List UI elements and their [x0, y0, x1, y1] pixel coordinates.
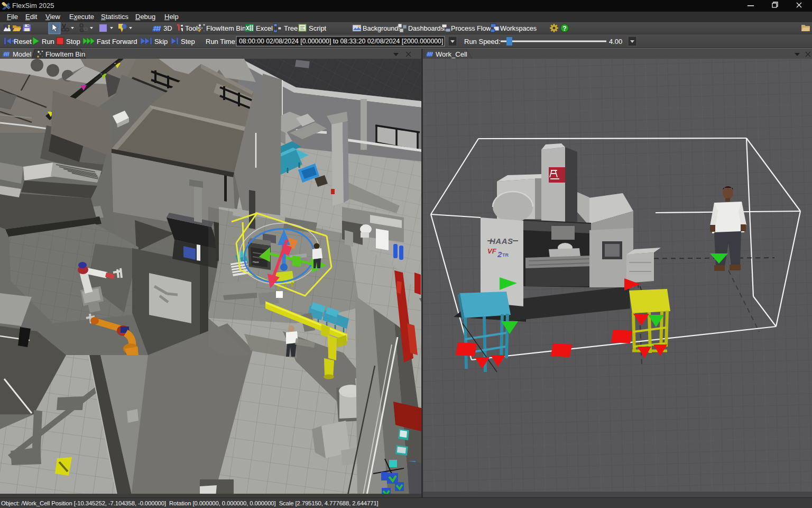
- svg-text:Tree: Tree: [284, 24, 298, 32]
- svg-text:Run Time:: Run Time:: [206, 38, 237, 46]
- svg-text:Haas: Haas: [253, 260, 259, 264]
- svg-text:Skip: Skip: [154, 38, 168, 46]
- svg-text:HAAS: HAAS: [490, 237, 513, 246]
- svg-text:Process Flow: Process Flow: [451, 25, 491, 32]
- svg-text:4.00: 4.00: [609, 38, 622, 46]
- svg-text:3D: 3D: [163, 24, 172, 32]
- svg-text:Workspaces: Workspaces: [500, 25, 537, 32]
- svg-text:Backgrounds: Backgrounds: [363, 25, 402, 32]
- svg-text:Run: Run: [42, 38, 54, 46]
- svg-text:2: 2: [497, 250, 502, 259]
- svg-text:Run Speed:: Run Speed:: [464, 38, 501, 46]
- svg-text:TR: TR: [502, 252, 509, 258]
- svg-text:Step: Step: [181, 38, 195, 46]
- svg-text:Dashboards: Dashboards: [408, 25, 444, 32]
- svg-text:Stop: Stop: [66, 38, 80, 46]
- svg-text:FlowItem Bin: FlowItem Bin: [45, 50, 85, 58]
- svg-text:FlowItem Bin: FlowItem Bin: [206, 24, 246, 32]
- svg-text:?: ?: [562, 25, 566, 32]
- svg-text:Fast Forward: Fast Forward: [97, 38, 137, 46]
- svg-text:08:00:00 02/08/2024 [0.00000: 08:00:00 02/08/2024 [0.000000] to 08:33:…: [239, 38, 443, 45]
- svg-text:Reset: Reset: [14, 38, 32, 46]
- svg-text:VF: VF: [487, 247, 497, 255]
- svg-text:Work_Cell: Work_Cell: [436, 50, 467, 58]
- svg-text:Script: Script: [309, 24, 327, 32]
- svg-text:Excel: Excel: [256, 24, 273, 32]
- svg-text:Model: Model: [13, 50, 32, 58]
